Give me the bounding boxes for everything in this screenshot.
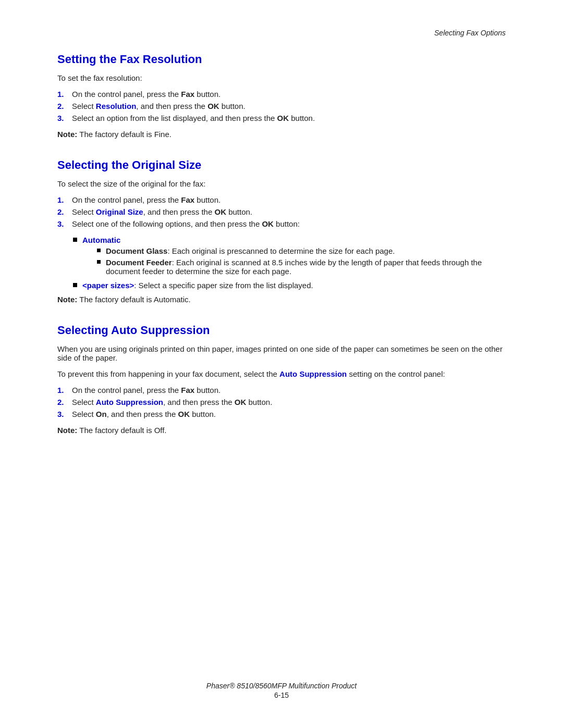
intro-original-size: To select the size of the original for t… [57,179,506,188]
bullet-square-icon-2 [73,283,77,287]
step-1-3: 3. Select an option from the list displa… [57,114,506,122]
fax-bold-3: Fax [181,386,194,394]
paper-sizes-label: <paper sizes> [82,281,134,290]
page-footer: Phaser® 8510/8560MFP Multifunction Produ… [0,682,563,699]
bullet-list-original-size: Automatic Document Glass: Each original … [73,236,506,290]
ok-bold-2: OK [277,114,289,122]
step-2-3: 3. Select one of the following options, … [57,219,506,228]
note-fax-resolution: Note: The factory default is Fine. [57,130,506,139]
fax-bold-1: Fax [181,90,194,98]
section-fax-resolution: Setting the Fax Resolution To set the fa… [57,53,506,139]
footer-page-number: 6-15 [0,691,563,699]
ok-bold-3: OK [214,207,226,216]
sub-bullet-document-glass: Document Glass: Each original is prescan… [97,246,506,255]
fax-bold-2: Fax [181,195,194,204]
section-original-size: Selecting the Original Size To select th… [57,158,506,304]
automatic-label: Automatic [82,236,120,244]
step-1-2: 2. Select Resolution, and then press the… [57,102,506,110]
steps-fax-resolution: 1. On the control panel, press the Fax b… [57,90,506,122]
auto-suppression-link: Auto Suppression [279,369,347,378]
intro-fax-resolution: To set the fax resolution: [57,73,506,82]
auto-suppression-select-link: Auto Suppression [96,398,163,406]
bullet-paper-sizes: <paper sizes>: Select a specific paper s… [73,281,506,290]
section-title-fax-resolution: Setting the Fax Resolution [57,53,506,66]
intro-auto-suppression-2: To prevent this from happening in your f… [57,369,506,378]
step-2-1: 1. On the control panel, press the Fax b… [57,195,506,204]
page-header: Selecting Fax Options [57,29,506,37]
steps-original-size: 1. On the control panel, press the Fax b… [57,195,506,228]
sub-bullet-list-automatic: Document Glass: Each original is prescan… [97,246,506,276]
step-3-2: 2. Select Auto Suppression, and then pre… [57,398,506,406]
note-original-size: Note: The factory default is Automatic. [57,295,506,304]
ok-bold-5: OK [235,398,247,406]
section-title-auto-suppression: Selecting Auto Suppression [57,324,506,337]
section-auto-suppression: Selecting Auto Suppression When you are … [57,324,506,435]
step-2-2: 2. Select Original Size, and then press … [57,207,506,216]
note-auto-suppression: Note: The factory default is Off. [57,426,506,435]
sub-bullet-square-icon-1 [97,249,101,252]
ok-bold-1: OK [207,102,219,110]
on-bold: On [96,410,107,418]
document-glass-label: Document Glass [106,246,167,255]
page: Selecting Fax Options Setting the Fax Re… [0,0,563,728]
section-title-original-size: Selecting the Original Size [57,158,506,172]
sub-bullet-document-feeder: Document Feeder: Each original is scanne… [97,258,506,276]
step-1-1: 1. On the control panel, press the Fax b… [57,90,506,98]
resolution-link: Resolution [96,102,137,110]
header-title: Selecting Fax Options [434,29,506,37]
steps-auto-suppression: 1. On the control panel, press the Fax b… [57,386,506,418]
sub-bullet-square-icon-2 [97,260,101,264]
ok-bold-6: OK [178,410,190,418]
ok-bold-4: OK [262,219,274,228]
footer-product: Phaser® 8510/8560MFP Multifunction Produ… [0,682,563,690]
step-3-1: 1. On the control panel, press the Fax b… [57,386,506,394]
bullet-square-icon [73,238,77,242]
step-3-3: 3. Select On, and then press the OK butt… [57,410,506,418]
bullet-automatic: Automatic Document Glass: Each original … [73,236,506,278]
document-feeder-label: Document Feeder [106,258,172,267]
original-size-link: Original Size [96,207,143,216]
intro-auto-suppression-1: When you are using originals printed on … [57,344,506,362]
